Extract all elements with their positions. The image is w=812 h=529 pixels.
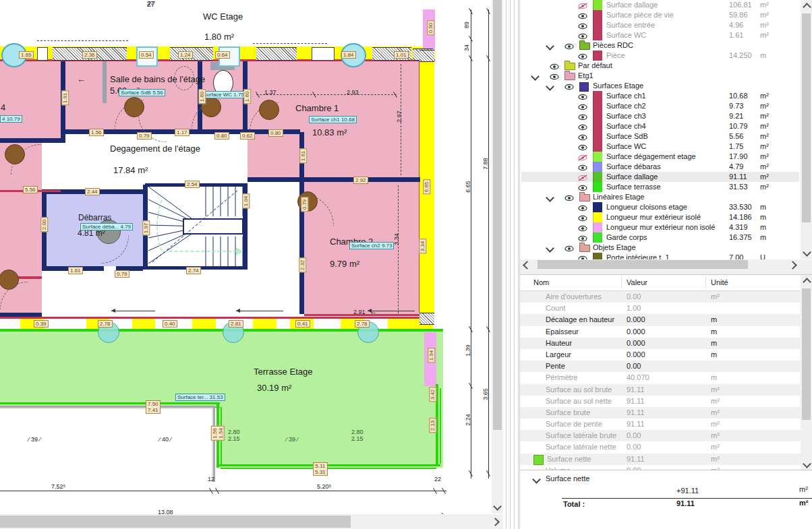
property-row[interactable]: Epaisseur0.000m: [520, 326, 812, 338]
property-value: 40.070: [627, 372, 649, 383]
property-row[interactable]: Surface brute91.11m²: [520, 407, 812, 418]
property-row[interactable]: Périmètre40.070m: [520, 372, 812, 383]
property-name: Epaisseur: [546, 326, 579, 338]
dim-text: 3.34: [393, 233, 400, 245]
tree-value: 10.68: [729, 91, 748, 101]
property-name: Hauteur: [546, 338, 572, 349]
property-row[interactable]: Surface au sol brute91.11m²: [520, 384, 812, 396]
dim-tag: 2.44: [85, 188, 100, 195]
tree-value: 17.90: [729, 152, 748, 162]
dim-tag: 2.00: [40, 218, 48, 232]
tree-row[interactable]: Surface ch39.21m²: [521, 111, 799, 121]
staircase: [148, 187, 243, 266]
tree-row[interactable]: Surface SdB5.56m²: [521, 131, 799, 142]
tree-row[interactable]: Surface débaras4.79m²: [521, 162, 799, 172]
dim-text: 7.88: [482, 158, 489, 170]
tree-props-divider: [520, 270, 812, 274]
tree-row[interactable]: Longueur mur extérieur isolé14.186m: [521, 212, 799, 222]
property-name: Surface latérale nette: [546, 441, 616, 453]
tree-row[interactable]: Etg1: [521, 71, 799, 81]
tree-row[interactable]: Surface dégagement etage17.90m²: [521, 152, 799, 162]
property-row[interactable]: Aire d'ouvertures0.00m²: [520, 291, 812, 303]
props-vscrollbar-thumb[interactable]: [802, 288, 811, 420]
tree-hscrollbar[interactable]: [520, 259, 812, 270]
tree-row[interactable]: Surface terrasse31.53m²: [521, 182, 799, 192]
tree-row[interactable]: Surface WC1.61m²: [521, 30, 799, 40]
expander-chevron-icon[interactable]: [547, 245, 553, 251]
tree-hscrollbar-thumb[interactable]: [538, 260, 748, 269]
dim-text: 5.20⁵: [317, 483, 331, 490]
tree-row[interactable]: Par défaut: [521, 61, 799, 71]
dim-tag: 1.01: [394, 51, 409, 59]
expander-chevron-icon[interactable]: [547, 84, 553, 90]
dim-tag: 3.42: [429, 387, 436, 402]
tree-row[interactable]: Surface dallage106.81m²: [521, 0, 799, 10]
expander-chevron-icon[interactable]: [547, 195, 553, 201]
props-vscroll-down-icon[interactable]: [804, 461, 810, 467]
plan-vscroll-down-icon[interactable]: [494, 503, 500, 509]
plan-hscrollbar-thumb[interactable]: [0, 516, 351, 528]
property-row[interactable]: Décalage en hauteur0.000m: [520, 314, 812, 325]
tree-vscrollbar[interactable]: [801, 0, 812, 259]
tree-unit: m²: [760, 101, 769, 111]
property-row[interactable]: Surface latérale brute0.00m²: [520, 430, 812, 441]
tree-row[interactable]: Surface ch29.73m²: [521, 101, 799, 111]
tree-row[interactable]: Garde corps16.375m: [521, 232, 799, 243]
tree-vscroll-down-icon[interactable]: [804, 249, 810, 255]
property-row[interactable]: Hauteur0.000m: [520, 338, 812, 349]
tree-vscroll-up-icon[interactable]: [804, 4, 810, 10]
dim-tag: 3.34: [419, 239, 426, 254]
tree-hscroll-right-icon[interactable]: [790, 262, 796, 268]
dim-tag: 1.94: [428, 348, 435, 363]
tree-row[interactable]: Surfaces Etage: [521, 81, 799, 91]
dim-tag: 1.60: [198, 90, 206, 104]
expander-chevron-icon[interactable]: [547, 43, 553, 49]
tree-unit: m²: [760, 172, 769, 182]
tree-row[interactable]: Objets Etage: [521, 243, 799, 253]
tree-row[interactable]: Longueur cloisons etage33.530m: [521, 202, 799, 212]
dim-text: 22: [434, 476, 441, 483]
tree-row[interactable]: Surface pièce de vie59.86m²: [521, 10, 799, 20]
property-row[interactable]: Pente0.00: [520, 361, 812, 372]
plan-vscrollbar-thumb[interactable]: [493, 0, 502, 430]
tree-row[interactable]: Surface entrée4.96m²: [521, 20, 799, 30]
tree-row[interactable]: Linéaires Etage: [521, 192, 799, 202]
dim-text: 89: [463, 22, 470, 28]
tree-value: 1.75: [729, 142, 743, 152]
floorplan-viewport[interactable]: 27WC Etage1.80 m²←←4Salle de bains de l'…: [0, 0, 504, 529]
plan-hscroll-right-icon[interactable]: [492, 519, 498, 525]
tree-row[interactable]: Pièces RDC: [521, 40, 799, 51]
property-name: Largeur: [546, 349, 571, 361]
properties-panel: Nom Valeur Unité Aire d'ouvertures0.00m²…: [520, 274, 812, 470]
tree-row[interactable]: Longueur mur extérieur non isolé4.319m: [521, 222, 799, 232]
tree-row[interactable]: Surface ch410.79m²: [521, 121, 799, 131]
property-row[interactable]: Count1.00: [520, 303, 812, 314]
panel-splitter[interactable]: [504, 0, 519, 529]
arrowhead: [111, 309, 115, 313]
tree-vscrollbar-thumb[interactable]: [802, 13, 811, 222]
tree-row[interactable]: Surface dallage91.11m²: [521, 172, 799, 182]
plan-hscrollbar[interactable]: [0, 514, 503, 529]
property-row[interactable]: Largeur0.000m: [520, 349, 812, 361]
tree-row[interactable]: Surface WC1.75m²: [521, 142, 799, 152]
props-vscrollbar[interactable]: [801, 275, 812, 470]
eye-visible-icon[interactable]: [578, 255, 587, 259]
tree-row[interactable]: Porte intérieure t. 17.00U: [521, 253, 799, 259]
tree-row[interactable]: Surface ch110.68m²: [521, 91, 799, 101]
property-row[interactable]: Surface nette91.11m²: [520, 454, 812, 465]
tree-label: Longueur mur extérieur non isolé: [606, 222, 715, 232]
tree-row[interactable]: Pièce14.250m: [521, 51, 799, 61]
plan-grayw-shape: [103, 61, 107, 103]
dim-tag: 1.56 1.54: [211, 426, 225, 441]
property-row[interactable]: Surface latérale nette0.00m²: [520, 441, 812, 453]
plan-vscrollbar[interactable]: [492, 0, 503, 514]
tree-hscroll-left-icon[interactable]: [524, 262, 530, 268]
property-row[interactable]: Surface au sol nette91.11m²: [520, 396, 812, 407]
plan-pink-shape: [0, 61, 61, 138]
expander-chevron-icon[interactable]: [532, 73, 538, 80]
property-row[interactable]: Surface de pente91.11m²: [520, 418, 812, 430]
summary-rule: [562, 498, 812, 499]
summary-collapse-icon[interactable]: [533, 476, 540, 483]
tree-unit: m²: [760, 30, 769, 40]
props-vscroll-up-icon[interactable]: [804, 279, 810, 285]
